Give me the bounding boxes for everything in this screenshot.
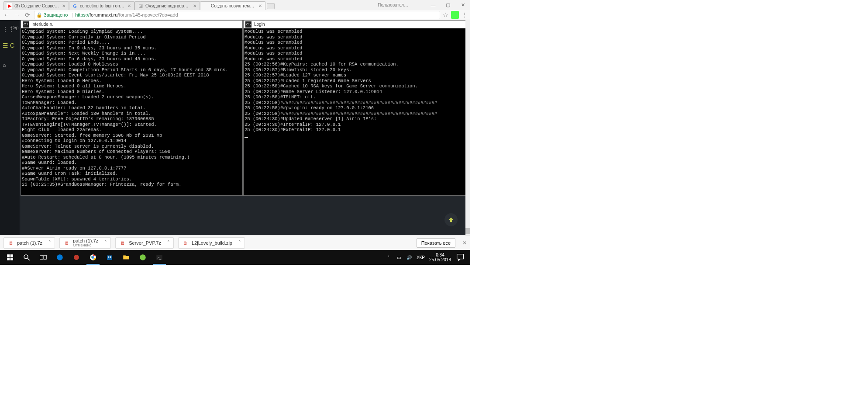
svg-rect-10: [110, 256, 111, 258]
download-shelf: 🗎 patch (1).7z ˄ 🗎 patch (1).7z Отменено…: [0, 235, 470, 250]
omnibox[interactable]: 🔒 Защищено | https://forummaxi.ru/forum/…: [34, 11, 440, 19]
vertical-scrollbar[interactable]: [465, 20, 470, 235]
window-minimize-button[interactable]: —: [426, 0, 441, 10]
console-window-gameserver[interactable]: C:\ Interlude.ru Olympiad System: Loadin…: [21, 20, 243, 196]
cmd-app[interactable]: >_: [151, 250, 168, 265]
tab-label: conecting to login on 85: [80, 3, 125, 8]
reload-icon[interactable]: ⟳: [24, 11, 31, 19]
windows-icon: [6, 253, 14, 261]
address-bar: ← → ⟳ 🔒 Защищено | https://forummaxi.ru/…: [0, 10, 470, 20]
store-app[interactable]: [101, 250, 118, 265]
chevron-up-icon[interactable]: ˄: [48, 240, 51, 246]
scrollbar-thumb[interactable]: [465, 228, 470, 234]
window-maximize-button[interactable]: ▢: [441, 0, 455, 10]
network-icon[interactable]: ▭: [396, 254, 402, 260]
page-icon: ◪: [138, 3, 143, 9]
browser-tab[interactable]: G conecting to login on 85 ✕: [69, 1, 134, 10]
new-tab-button[interactable]: [267, 3, 275, 9]
secure-label: Защищено: [44, 12, 68, 17]
utorrent-app[interactable]: [134, 250, 151, 265]
date-label: 25.05.2018: [429, 257, 451, 262]
chevron-up-icon[interactable]: ˄: [238, 240, 241, 246]
apps-icon[interactable]: ⋮⋮⋮: [1, 25, 9, 33]
console-lines: Modulus was scrambled Modulus was scramb…: [245, 29, 437, 132]
page-icon: [203, 3, 209, 9]
task-view-icon: [39, 253, 47, 261]
tab-label: (3) Создание Сервера: L: [14, 3, 59, 8]
grid-icon[interactable]: ☰ С: [3, 42, 14, 49]
console-output[interactable]: Modulus was scrambled Modulus was scramb…: [244, 28, 469, 195]
tab-label: Ожидание подтвержден: [145, 3, 190, 8]
edge-app[interactable]: [52, 250, 68, 265]
close-icon[interactable]: ✕: [462, 240, 467, 246]
download-item[interactable]: 🗎 Server_PVP.7z ˄: [115, 237, 174, 249]
browser-tab[interactable]: ◪ Ожидание подтвержден ✕: [134, 1, 200, 10]
window-close-button[interactable]: ✕: [455, 0, 470, 10]
svg-point-0: [24, 255, 28, 259]
show-all-downloads-button[interactable]: Показать все: [417, 238, 455, 248]
archive-icon: 🗎: [182, 239, 189, 246]
download-filename: patch (1).7z: [17, 240, 42, 246]
store-icon: [106, 253, 114, 261]
search-button[interactable]: [18, 250, 35, 265]
back-icon[interactable]: ←: [3, 11, 10, 19]
clock[interactable]: 0:34 25.05.2018: [429, 253, 451, 262]
windows-taskbar: >_ ˄ ▭ 🔊 УКР 0:34 25.05.2018: [0, 250, 470, 265]
lock-icon: 🔒 Защищено: [36, 12, 68, 18]
star-icon[interactable]: ☆: [443, 11, 448, 18]
scroll-to-top-button[interactable]: [444, 213, 458, 226]
menu-icon[interactable]: ⋮: [462, 11, 468, 18]
close-icon[interactable]: ✕: [193, 4, 197, 8]
google-icon: G: [72, 3, 78, 9]
url-path: /forum/145-прочее/?do=add: [117, 12, 178, 17]
url-host: forummaxi.ru: [90, 12, 117, 17]
chevron-up-icon[interactable]: ˄: [167, 240, 170, 246]
svg-rect-3: [44, 256, 47, 260]
cmd-icon: C:\: [245, 21, 251, 28]
close-icon[interactable]: ✕: [127, 4, 131, 8]
download-item[interactable]: 🗎 patch (1).7z Отменено ˄: [59, 237, 111, 249]
arrow-up-icon: [448, 216, 455, 223]
chrome-titlebar: ▶ (3) Создание Сервера: L ✕ G conecting …: [0, 0, 470, 10]
youtube-icon: ▶: [7, 3, 12, 9]
language-indicator[interactable]: УКР: [417, 255, 425, 260]
task-view-button[interactable]: [35, 250, 52, 265]
browser-tab[interactable]: ▶ (3) Создание Сервера: L ✕: [3, 1, 69, 10]
explorer-app[interactable]: [118, 250, 134, 265]
page-content-area: [20, 196, 465, 235]
volume-icon[interactable]: 🔊: [406, 254, 412, 260]
close-icon[interactable]: ✕: [62, 4, 66, 8]
console-titlebar[interactable]: C:\ Login: [244, 21, 469, 28]
grid-label: С: [10, 42, 14, 49]
console-window-login[interactable]: C:\ Login Modulus was scrambled Modulus …: [243, 20, 470, 196]
start-button[interactable]: [2, 250, 18, 265]
svg-rect-2: [40, 256, 43, 260]
browser-tab-active[interactable]: Создать новую тему - Fo ✕: [200, 1, 265, 10]
chrome-profile-label[interactable]: Пользовател…: [378, 3, 408, 7]
console-titlebar[interactable]: C:\ Interlude.ru: [21, 21, 242, 28]
cmd-icon: C:\: [23, 21, 29, 28]
chevron-up-icon[interactable]: ˄: [104, 240, 107, 246]
download-item[interactable]: 🗎 patch (1).7z ˄: [3, 237, 55, 249]
console-output[interactable]: Olympiad System: Loading Olympiad System…: [21, 28, 242, 195]
download-filename: Server_PVP.7z: [129, 240, 161, 246]
edge-icon: [56, 253, 64, 261]
download-item[interactable]: 🗎 L2jLovely_build.zip ˄: [178, 237, 245, 249]
home-icon[interactable]: ⌂: [3, 62, 6, 68]
notifications-icon[interactable]: [455, 253, 465, 262]
download-status: Отменено: [73, 243, 98, 248]
extension-icon[interactable]: [451, 11, 459, 19]
forward-icon[interactable]: →: [13, 11, 21, 19]
folder-icon: [122, 253, 130, 261]
app-red[interactable]: [68, 250, 85, 265]
svg-line-1: [28, 258, 30, 260]
close-icon[interactable]: ✕: [258, 4, 262, 8]
archive-icon: 🗎: [63, 239, 70, 246]
page-sidebar: ⋮⋮⋮ Сер ☰ С ⌂: [0, 20, 20, 235]
archive-icon: 🗎: [7, 239, 14, 246]
utorrent-icon: [139, 253, 147, 261]
time-label: 0:34: [429, 253, 451, 257]
chevron-up-icon[interactable]: ˄: [385, 254, 391, 260]
chrome-app[interactable]: [85, 250, 101, 265]
archive-icon: 🗎: [119, 239, 126, 246]
